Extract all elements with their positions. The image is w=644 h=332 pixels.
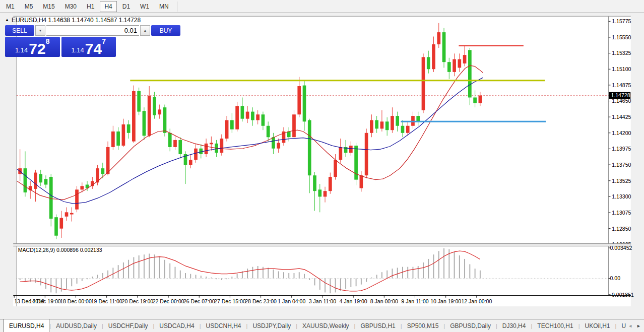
date-axis-label: 27 Dec 15:00 — [214, 298, 246, 304]
candle-down — [308, 120, 311, 175]
candle-down — [44, 179, 48, 184]
candle-up — [65, 212, 69, 216]
candle-up — [453, 59, 456, 72]
candle-down — [375, 120, 378, 128]
candle-up — [70, 213, 74, 215]
candle-up — [173, 140, 177, 147]
price-axis-label: 1.13525 — [612, 178, 631, 184]
date-axis-label: 10 Jan 19:00 — [430, 298, 461, 304]
date-axis-label: 9 Jan 11:00 — [401, 298, 428, 304]
candle-down — [241, 106, 244, 118]
lot-decrease-button[interactable]: ▼ — [35, 25, 45, 36]
tab-dj30-h4[interactable]: DJ30,H4 — [497, 319, 531, 332]
toolbar-separator — [177, 2, 177, 12]
tab-audusd-daily[interactable]: AUDUSD,Daily — [51, 319, 102, 332]
date-axis-label: 1 Jan 04:00 — [278, 298, 305, 304]
candle-down — [153, 97, 156, 115]
candle-down — [401, 126, 405, 133]
date-axis-label: 22 Dec 00:00 — [153, 298, 184, 304]
timeframe-button-d1[interactable]: D1 — [118, 1, 135, 12]
tab-ukoil-h1[interactable]: UKOil,H1 — [580, 319, 615, 332]
lot-increase-button[interactable]: ▲ — [140, 25, 150, 36]
chart-title: ▲ EURUSD,H4 1.14638 1.14740 1.14587 1.14… — [5, 17, 141, 24]
tab-gbpusd-daily[interactable]: GBPUSD,Daily — [445, 319, 496, 332]
timeframe-button-w1[interactable]: W1 — [136, 1, 154, 12]
candle-up — [292, 114, 296, 137]
tab-sp500-m15[interactable]: SP500,M15 — [402, 319, 444, 332]
candle-up — [122, 124, 125, 146]
candle-down — [318, 189, 321, 196]
candle-up — [391, 116, 394, 130]
timeframe-button-m15[interactable]: M15 — [38, 1, 59, 12]
candle-down — [143, 111, 146, 136]
tab-gbpusd-h1[interactable]: GBPUSD,H1 — [355, 319, 400, 332]
tab-usdcad-h4[interactable]: USDCAD,H4 — [154, 319, 199, 332]
date-axis-label: 14 Dec 19:00 — [29, 298, 61, 304]
tab-eurusd-h4[interactable]: EURUSD,H4 — [4, 319, 49, 332]
timeframe-button-h4[interactable]: H4 — [100, 1, 116, 12]
candle-up — [370, 120, 373, 132]
buy-button[interactable]: BUY — [151, 25, 180, 36]
timeframe-button-m5[interactable]: M5 — [20, 1, 38, 12]
timeframe-button-m30[interactable]: M30 — [60, 1, 81, 12]
candle-up — [220, 139, 223, 153]
timeframe-button-m1[interactable]: M1 — [2, 1, 19, 12]
candle-up — [148, 96, 151, 136]
date-axis-label: 8 Jan 00:00 — [370, 298, 398, 304]
candle-up — [422, 57, 425, 110]
date-axis-label: 4 Jan 19:00 — [340, 298, 367, 304]
tab-scroll-right-icon[interactable]: ► — [636, 323, 641, 328]
macd-axis-bg[interactable] — [609, 246, 631, 295]
candle-down — [163, 107, 167, 133]
sell-price-panel[interactable]: 1.14 72 8 — [5, 37, 60, 57]
price-axis-label: 1.14200 — [612, 130, 631, 136]
tab-tech100-h1[interactable]: TECH100,H1 — [532, 319, 578, 332]
candle-up — [59, 218, 63, 229]
candle-up — [349, 146, 353, 153]
price-axis-label: 1.15775 — [612, 18, 631, 24]
price-chart[interactable]: 1.157751.155501.153251.151001.148751.146… — [0, 13, 644, 319]
candle-up — [225, 120, 229, 139]
timeframe-button-h1[interactable]: H1 — [82, 1, 99, 12]
buy-price-panel[interactable]: 1.14 74 7 — [61, 37, 116, 57]
tab-scroll-left-icon[interactable]: ◄ — [628, 323, 632, 328]
candle-down — [396, 116, 399, 126]
sell-button[interactable]: SELL — [5, 25, 34, 36]
sell-price-prefix: 1.14 — [15, 47, 28, 53]
tab-usdchf-daily[interactable]: USDCHF,Daily — [103, 319, 153, 332]
candle-up — [34, 173, 37, 189]
candle-up — [132, 91, 136, 142]
buy-price-sup: 7 — [102, 38, 106, 45]
symbol-tab-bar: EURUSD,H4|AUDUSD,Daily|USDCHF,Daily|USDC… — [0, 319, 644, 332]
timeframe-button-mn[interactable]: MN — [155, 1, 173, 12]
candle-up — [256, 114, 260, 120]
candle-up — [334, 160, 337, 177]
candle-down — [262, 114, 265, 126]
candle-up — [463, 55, 467, 63]
price-axis-labels: 1.157751.155501.153251.151001.148751.146… — [609, 18, 631, 247]
price-axis-label: 1.14425 — [612, 114, 631, 120]
sell-price-big: 72 — [29, 42, 45, 55]
candle-down — [272, 137, 275, 149]
timeframe-toolbar: M1M5M15M30H1H4D1W1MN — [0, 0, 644, 13]
candle-up — [80, 186, 84, 189]
candle-down — [101, 168, 104, 174]
tab-xauusd-weekly[interactable]: XAUUSD,Weekly — [297, 319, 354, 332]
tab-usdcnh-h4[interactable]: USDCNH,H4 — [201, 319, 246, 332]
panel-splitter[interactable] — [13, 244, 631, 246]
candle-down — [313, 175, 316, 191]
macd-plot-bg[interactable] — [17, 246, 609, 295]
lot-size-input[interactable] — [46, 25, 139, 36]
candle-down — [303, 86, 306, 122]
candle-down — [49, 177, 53, 219]
macd-axis-label: -0.001851 — [610, 292, 634, 298]
date-axis-label: 20 Dec 19:00 — [122, 298, 154, 304]
candle-up — [365, 133, 368, 175]
candle-down — [468, 50, 472, 97]
tab-usdjpy-daily[interactable]: USDJPY,Daily — [247, 319, 296, 332]
macd-label: MACD(12,26,9) 0.000896 0.002133 — [18, 247, 102, 253]
candle-up — [158, 109, 161, 114]
candle-down — [447, 62, 451, 72]
title-arrow-icon: ▲ — [5, 18, 9, 22]
candle-down — [416, 116, 420, 121]
